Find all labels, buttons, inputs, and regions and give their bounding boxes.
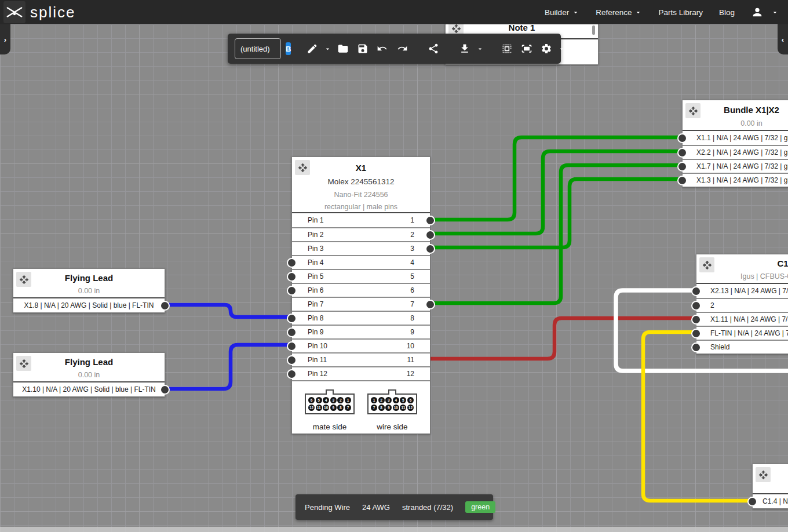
wire-port[interactable] [287,258,297,268]
wire-port[interactable] [747,497,757,507]
wire-red-x1-11[interactable] [431,318,696,359]
node-row[interactable]: Shield [696,340,788,354]
node-row[interactable]: X1.7 | N/A | 24 AWG | 7/32 | green [683,159,788,173]
right-panel-expand-tab[interactable]: ‹ [778,24,788,54]
fl2-header: Flying Lead 0.00 in [13,353,165,382]
row-label: X1.8 | N/A | 20 AWG | Solid | blue | FL-… [24,301,154,309]
pin-row[interactable]: Pin 11 [292,213,430,227]
node-x1[interactable]: X1 Molex 2245561312 Nano-Fit 224556 rect… [291,156,431,434]
node-row[interactable]: X2.13 | N/A | 24 AWG | 7/32 [696,284,788,298]
node-row[interactable]: X1.10 | N/A | 20 AWG | Solid | blue | FL… [13,382,165,396]
wire-port[interactable] [287,341,297,351]
wire-yellow-c1-4[interactable] [643,332,753,501]
move-icon [688,106,698,116]
pin-row[interactable]: Pin 1212 [292,366,430,380]
brand-wordmark[interactable]: splice [30,3,75,21]
plan-badge: B [286,42,291,55]
move-handle[interactable] [699,257,714,272]
chevron-down-icon [771,9,779,16]
nav-item-reference[interactable]: Reference [596,8,642,17]
wire-port[interactable] [691,329,701,338]
node-row[interactable]: C1.4 | N/A [753,494,788,508]
brand-logo-icon[interactable] [3,1,25,23]
node-c1-lead[interactable]: C1.4 | N/A [752,464,788,509]
move-handle[interactable] [16,356,31,371]
edit-dropdown-button[interactable] [322,37,333,60]
note-scrollbar[interactable] [592,25,595,35]
node-row[interactable]: X1.11 | N/A | 24 AWG | 7/32 [696,312,788,326]
node-row[interactable]: X1.8 | N/A | 20 AWG | Solid | blue | FL-… [13,298,165,312]
wire-green-x1-3[interactable] [431,179,682,247]
wire-port[interactable] [160,301,170,311]
save-button[interactable] [353,37,373,60]
wire-blue-x1-8[interactable] [165,305,291,317]
wire-port[interactable] [691,301,701,311]
settings-button[interactable] [537,37,556,60]
pin-dot: 6 [308,397,315,403]
wire-port[interactable] [425,216,435,225]
settings-dropdown-button[interactable] [556,37,567,60]
wire-port[interactable] [691,286,701,296]
wire-port[interactable] [287,314,297,323]
wire-port[interactable] [287,272,297,282]
wire-port[interactable] [425,244,435,254]
node-row[interactable]: FL-TIN | N/A | 24 AWG | 7/32 [696,326,788,340]
node-flying-lead-1[interactable]: Flying Lead 0.00 in X1.8 | N/A | 20 AWG … [13,268,165,313]
edit-button[interactable] [302,37,322,60]
pin-row[interactable]: Pin 77 [292,297,430,311]
project-title-input[interactable] [235,38,281,59]
node-row[interactable]: X2.2 | N/A | 24 AWG | 7/32 | green [683,145,788,159]
redo-button[interactable] [392,37,412,60]
pin-dot: 10 [323,405,329,411]
wire-port[interactable] [287,369,297,379]
nav-item-builder[interactable]: Builder [545,8,579,17]
pin-number: 3 [410,245,414,253]
wire-blue-x1-10[interactable] [165,345,291,389]
wire-port[interactable] [677,162,687,172]
nav-item-parts-library[interactable]: Parts Library [658,8,703,17]
move-handle[interactable] [295,160,310,175]
pin-row[interactable]: Pin 66 [292,283,430,297]
pin-row[interactable]: Pin 33 [292,241,430,255]
pin-row[interactable]: Pin 1010 [292,338,430,352]
pin-row[interactable]: Pin 99 [292,325,430,338]
pin-dot: 8 [337,405,344,411]
wire-port[interactable] [287,286,297,296]
pin-row[interactable]: Pin 1111 [292,352,430,366]
account-menu[interactable] [751,6,779,19]
move-handle[interactable] [16,272,31,287]
node-flying-lead-2[interactable]: Flying Lead 0.00 in X1.10 | N/A | 20 AWG… [13,352,165,397]
wire-port[interactable] [677,148,687,158]
left-panel-expand-tab[interactable]: › [0,24,10,54]
node-row[interactable]: 2 [696,298,788,312]
wire-port[interactable] [160,385,170,395]
wire-port[interactable] [677,176,687,185]
node-bundle-x1-x2[interactable]: Bundle X1|X2 0.00 in X1.1 | N/A | 24 AWG… [682,100,788,187]
wire-port[interactable] [425,300,435,309]
download-dropdown-button[interactable] [475,37,486,60]
pin-number: 7 [410,300,414,308]
share-button[interactable] [424,37,443,60]
wire-port[interactable] [425,230,435,240]
node-c1[interactable]: C1 Igus | CFBUS-0 X2.13 | N/A | 24 AWG |… [696,254,788,354]
download-button[interactable] [455,37,475,60]
open-button[interactable] [333,37,353,60]
wire-port[interactable] [691,342,701,352]
nav-item-blog[interactable]: Blog [719,8,735,17]
wire-port[interactable] [691,315,701,325]
fit-screen-button[interactable] [517,37,537,60]
select-all-button[interactable] [497,37,517,60]
undo-button[interactable] [373,37,392,60]
pin-row[interactable]: Pin 44 [292,255,430,269]
pin-row[interactable]: Pin 22 [292,227,430,241]
move-handle[interactable] [756,467,771,482]
wire-port[interactable] [287,355,297,365]
wire-port[interactable] [677,133,687,143]
wire-port[interactable] [287,327,297,337]
node-row[interactable]: X1.1 | N/A | 24 AWG | 7/32 | green [683,131,788,145]
node-row[interactable]: X1.3 | N/A | 24 AWG | 7/32 | green [683,173,788,187]
move-handle[interactable] [685,103,701,118]
pin-row[interactable]: Pin 88 [292,311,430,325]
horizontal-scrollbar[interactable] [0,527,788,532]
pin-row[interactable]: Pin 55 [292,269,430,283]
